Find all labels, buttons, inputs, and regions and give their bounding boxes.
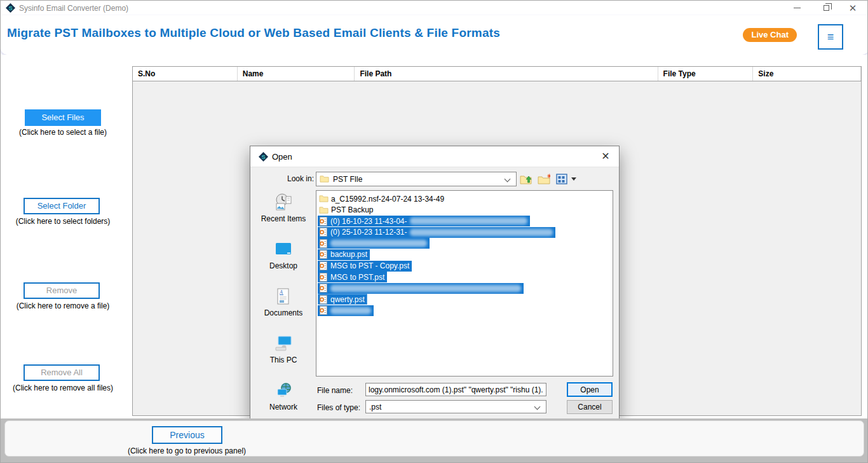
- redacted-text: [410, 229, 553, 236]
- place-label: Documents: [255, 308, 311, 317]
- restore-button[interactable]: [815, 1, 837, 15]
- minimize-button[interactable]: [786, 1, 808, 15]
- open-dialog: S Open ✕ Look in: PST FIle: [250, 146, 620, 422]
- footer-bar: Previous (Click here to go to previous p…: [1, 418, 868, 463]
- pst-icon: [319, 295, 328, 304]
- app-window: S Sysinfo Email Converter (Demo) ✕ Migra…: [0, 0, 868, 463]
- page-title: Migrate PST Mailboxes to Multiple Cloud …: [7, 26, 500, 40]
- new-folder-button[interactable]: ✳: [537, 172, 551, 186]
- dialog-titlebar: S Open ✕: [250, 146, 619, 167]
- svg-text:A: A: [279, 289, 283, 295]
- app-logo-icon: S: [6, 3, 15, 13]
- sidebar-button-remove-all[interactable]: Remove All: [24, 364, 100, 381]
- sidebar-caption: (Click here to select a file): [2, 128, 124, 137]
- view-menu-icon: [556, 174, 568, 184]
- window-title: Sysinfo Email Converter (Demo): [19, 4, 128, 13]
- file-list-item[interactable]: [318, 238, 611, 249]
- folder-icon: [319, 206, 329, 214]
- file-list-item[interactable]: a_C15992.nsf-24-07-24 13-34-49: [318, 193, 611, 205]
- view-menu-caret-icon: [571, 177, 576, 181]
- column-header-name[interactable]: Name: [238, 67, 355, 81]
- place-documents[interactable]: ADocuments: [255, 287, 311, 331]
- menu-button[interactable]: ≡: [818, 24, 843, 50]
- file-list-item[interactable]: (0) 16-10-23 11-43-04-: [318, 216, 611, 227]
- dialog-app-icon: S: [259, 152, 268, 162]
- place-this-pc[interactable]: This PC: [255, 334, 311, 378]
- place-desktop[interactable]: Desktop: [255, 240, 311, 284]
- dialog-close-button[interactable]: ✕: [596, 146, 615, 167]
- svg-text:S: S: [8, 5, 12, 11]
- dialog-title: Open: [272, 152, 292, 162]
- sidebar-button-select-folder[interactable]: Select Folder: [24, 198, 100, 214]
- column-header-size[interactable]: Size: [753, 67, 861, 81]
- file-name-text: backup.pst: [330, 250, 367, 259]
- new-folder-icon: ✳: [538, 174, 550, 185]
- file-list-item[interactable]: (0) 25-10-23 11-12-31-: [318, 227, 611, 238]
- close-icon: ✕: [601, 151, 609, 162]
- file-name-input[interactable]: [365, 383, 546, 396]
- column-header-file-type[interactable]: File Type: [658, 67, 754, 81]
- main-area: Select Files(Click here to select a file…: [1, 55, 868, 418]
- pst-icon: [319, 261, 328, 270]
- file-list-item[interactable]: backup.pst: [318, 249, 611, 261]
- file-name-text: (0) 16-10-23 11-43-04-: [330, 217, 407, 226]
- sidebar-caption: (Click here to remove all files): [2, 384, 124, 392]
- pst-icon: [319, 250, 328, 259]
- open-button[interactable]: Open: [567, 382, 613, 397]
- file-name-text: a_C15992.nsf-24-07-24 13-34-49: [331, 195, 444, 204]
- up-one-level-icon: [520, 174, 532, 185]
- previous-button[interactable]: Previous: [152, 426, 222, 444]
- file-list-item[interactable]: PST Backup: [318, 205, 611, 216]
- redacted-text: [410, 218, 527, 225]
- file-name-text: qwerty.pst: [330, 295, 365, 304]
- redacted-text: [330, 285, 521, 292]
- sidebar-button-select-files[interactable]: Select Files: [25, 109, 101, 126]
- pst-icon: [319, 239, 328, 248]
- up-one-level-button[interactable]: [519, 172, 533, 186]
- live-chat-button[interactable]: Live Chat: [743, 28, 797, 42]
- window-titlebar: S Sysinfo Email Converter (Demo) ✕: [1, 1, 868, 15]
- sidebar-button-remove[interactable]: Remove: [24, 282, 100, 299]
- footer-panel: Previous (Click here to go to previous p…: [4, 420, 864, 457]
- chevron-down-icon: [505, 176, 511, 183]
- app-header: Migrate PST Mailboxes to Multiple Cloud …: [1, 15, 868, 55]
- sidebar-caption: (Click here to select folders): [2, 217, 124, 226]
- file-list-item[interactable]: MSG to PST.pst: [318, 272, 611, 283]
- file-list-item[interactable]: [318, 305, 611, 317]
- folder-icon: [320, 175, 329, 183]
- files-of-type-label: Files of type:: [317, 403, 360, 412]
- redacted-text: [330, 307, 371, 314]
- dialog-places-sidebar: Recent ItemsDesktopADocumentsThis PCNetw…: [255, 190, 311, 418]
- file-list-item[interactable]: qwerty.pst: [318, 294, 611, 305]
- column-header-file-path[interactable]: File Path: [355, 67, 658, 81]
- svg-text:S: S: [261, 154, 265, 160]
- cancel-button[interactable]: Cancel: [567, 400, 613, 414]
- close-icon: ✕: [849, 3, 857, 14]
- dialog-toolbar: ✳: [519, 172, 576, 186]
- minimize-icon: [794, 8, 801, 8]
- place-label: Recent Items: [255, 214, 311, 223]
- redacted-text: [330, 240, 427, 247]
- file-name-text: MSG to PST - Copy.pst: [330, 261, 409, 270]
- file-list-item[interactable]: MSG to PST - Copy.pst: [318, 261, 611, 272]
- pst-icon: [319, 217, 328, 226]
- file-list-item[interactable]: [318, 283, 611, 294]
- file-name-label: File name:: [317, 386, 353, 395]
- look-in-dropdown[interactable]: PST FIle: [316, 172, 517, 186]
- place-label: This PC: [255, 356, 311, 364]
- restore-icon: [824, 5, 829, 11]
- column-header-s-no[interactable]: S.No: [133, 67, 238, 81]
- view-menu-button[interactable]: [555, 172, 569, 186]
- place-label: Network: [255, 403, 311, 411]
- pst-icon: [319, 273, 328, 282]
- folder-icon: [319, 195, 329, 203]
- look-in-value: PST FIle: [333, 175, 362, 184]
- place-recent-items[interactable]: Recent Items: [255, 193, 311, 237]
- files-of-type-dropdown[interactable]: .pst: [365, 400, 546, 413]
- pst-icon: [319, 284, 328, 293]
- close-button[interactable]: ✕: [842, 1, 864, 15]
- dialog-file-list: a_C15992.nsf-24-07-24 13-34-49PST Backup…: [316, 190, 613, 377]
- table-header-row: S.NoNameFile PathFile TypeSize: [133, 67, 861, 81]
- sidebar-caption: (Click here to remove a file): [2, 301, 124, 310]
- look-in-label: Look in:: [287, 174, 314, 183]
